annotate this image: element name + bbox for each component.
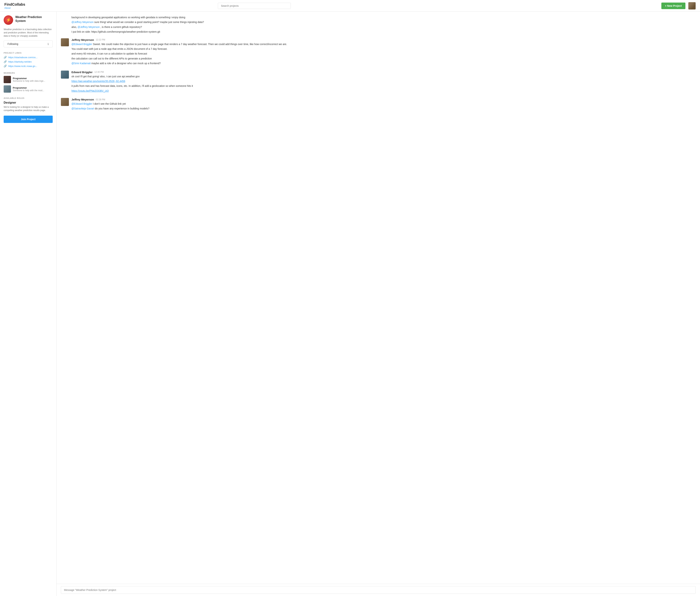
continuation-suffix-2: sure thing! what would we consider a goo…	[94, 21, 204, 24]
project-icon-inner: ⚡	[4, 15, 13, 25]
project-link-url-0: https://stackabuse.com/us...	[8, 56, 37, 59]
msg-line-1-2: it pulls from nws and has forecast data,…	[72, 84, 696, 88]
following-button[interactable]: Following 1	[4, 41, 53, 47]
member-info-0: Programmer Someone to help with data ing…	[13, 77, 45, 82]
also-prefix: also,	[72, 26, 77, 28]
msg-line-2-1-text: do you have any experience in building m…	[95, 107, 150, 110]
link-icon-1: 🔗	[4, 60, 7, 63]
search-container	[218, 3, 291, 9]
search-input[interactable]	[218, 3, 291, 9]
msg-line-2-0: @Edward Briggler I don't see the Github …	[72, 102, 696, 106]
msg-header-0: Jeffrey Meyerson 12:22 PM	[72, 38, 696, 42]
edward-link-1[interactable]: https://youtu.be/PNeZOOBV_UQ	[72, 89, 109, 92]
continuation-block: background in developing geospatial appl…	[61, 15, 696, 34]
msg-header-2: Jeffrey Meyerson 02:28 PM	[72, 98, 696, 101]
msg-time-0: 12:22 PM	[96, 39, 105, 41]
logo: FindCollabs About	[4, 2, 25, 9]
message-input-bar	[56, 584, 700, 596]
project-link-0[interactable]: 🔗 https://stackabuse.com/us...	[4, 56, 53, 59]
msg-line-1-3: https://youtu.be/PNeZOOBV_UQ	[72, 89, 696, 93]
msg-line-0-3: the calculation can call out to the diff…	[72, 56, 696, 60]
role-desc: We're looking for a designer to help us …	[4, 105, 53, 112]
header-actions: + New Project	[662, 2, 696, 9]
msg-line-2-0-text: I don't see the Github link yet	[93, 102, 126, 105]
msg-line-0-1: You could start with just a node app tha…	[72, 47, 696, 51]
mention-edward-1: @Edward Briggler	[72, 102, 92, 105]
about-link[interactable]: About	[4, 6, 25, 9]
msg-line-0-0-text: Sweet. We could make the objective to ju…	[93, 43, 287, 46]
edward-link-0[interactable]: https://api.weather.gov/points/35.0528,-…	[72, 80, 125, 83]
roles-section: AVAILABLE ROLES Designer We're looking f…	[4, 97, 53, 112]
roles-label: AVAILABLE ROLES	[4, 97, 53, 99]
continuation-text-4: I put link on side: https://github.com/l…	[72, 30, 696, 34]
msg-avatar-jeffrey-1	[61, 98, 69, 106]
following-count: 1	[47, 43, 49, 45]
message-group-1: Edward Briggler 12:40 PM ok cool i'll ge…	[61, 71, 696, 94]
project-link-2[interactable]: 🔗 https://www.ncdc.noaa.go...	[4, 65, 53, 68]
project-title: Weather Prediction System	[15, 15, 53, 23]
member-avatar-1	[4, 85, 11, 93]
role-title: Designer	[4, 101, 53, 104]
project-description: Weather prediction is a fascinating data…	[4, 28, 53, 38]
msg-header-1: Edward Briggler 12:40 PM	[72, 71, 696, 74]
message-input[interactable]	[61, 586, 696, 594]
members-label: MEMBERS	[4, 72, 53, 74]
member-desc-0: Someone to help with data inge...	[13, 80, 45, 82]
msg-line-2-1: @Sairaviteja Gavari do you have any expe…	[72, 106, 696, 110]
following-label: Following	[7, 43, 18, 45]
logo-title: FindCollabs	[4, 2, 25, 6]
main-content: background in developing geospatial appl…	[56, 12, 700, 596]
msg-author-2: Jeffrey Meyerson	[72, 98, 94, 101]
member-0: Programmer Someone to help with data ing…	[4, 76, 53, 83]
member-role-1: Programmer	[13, 86, 44, 89]
project-link-url-2: https://www.ncdc.noaa.go...	[8, 65, 37, 68]
continuation-text-3: also, @Jeffrey Meyerson , is there a cur…	[72, 25, 696, 29]
member-info-1: Programmer Someone to help with the mod.…	[13, 86, 44, 92]
msg-author-1: Edward Briggler	[72, 71, 93, 74]
header: FindCollabs About + New Project	[0, 0, 700, 12]
msg-time-1: 12:40 PM	[95, 71, 104, 73]
msg-content-0: Jeffrey Meyerson 12:22 PM @Edward Briggl…	[72, 38, 696, 66]
message-group-2: Jeffrey Meyerson 02:28 PM @Edward Briggl…	[61, 98, 696, 111]
join-project-button[interactable]: Join Project	[4, 116, 53, 123]
msg-time-2: 02:28 PM	[96, 98, 105, 101]
project-links-label: PROJECT LINKS	[4, 52, 53, 54]
msg-line-0-0: @Edward Briggler Sweet. We could make th…	[72, 42, 696, 46]
project-icon-symbol: ⚡	[6, 18, 11, 22]
member-1: Programmer Someone to help with the mod.…	[4, 85, 53, 93]
avatar-image	[688, 2, 696, 9]
main-layout: ⚡ Weather Prediction System Weather pred…	[0, 12, 700, 596]
mention-edward-0: @Edward Briggler	[72, 43, 92, 46]
members-section: MEMBERS Programmer Someone to help with …	[4, 72, 53, 93]
link-icon-2: 🔗	[4, 65, 7, 68]
link-icon-0: 🔗	[4, 56, 7, 59]
msg-content-2: Jeffrey Meyerson 02:28 PM @Edward Briggl…	[72, 98, 696, 111]
continuation-text-1: background in developing geospatial appl…	[72, 15, 696, 19]
sidebar: ⚡ Weather Prediction System Weather pred…	[0, 12, 56, 596]
user-avatar[interactable]	[688, 2, 696, 9]
member-desc-1: Someone to help with the mod...	[13, 89, 44, 92]
msg-line-0-2: and every 60 minutes, it can run a calcu…	[72, 52, 696, 56]
project-link-1[interactable]: 🔗 https://darksky.net/dev	[4, 60, 53, 63]
msg-line-1-1: https://api.weather.gov/points/35.0528,-…	[72, 79, 696, 83]
project-header: ⚡ Weather Prediction System	[4, 15, 53, 25]
msg-content-1: Edward Briggler 12:40 PM ok cool i'll ge…	[72, 71, 696, 94]
msg-avatar-edward-0	[61, 71, 69, 79]
mention-jeffrey-2: @Jeffrey Meyerson	[77, 26, 100, 28]
msg-author-0: Jeffrey Meyerson	[72, 38, 94, 42]
member-role-0: Programmer	[13, 77, 45, 80]
project-icon: ⚡	[4, 15, 13, 25]
msg-line-0-4: @Srini Kadamati maybe add a role of a de…	[72, 61, 696, 65]
new-project-button[interactable]: + New Project	[662, 3, 685, 9]
mention-srini: @Srini Kadamati	[72, 62, 90, 65]
chat-messages: background in developing geospatial appl…	[56, 12, 700, 584]
msg-line-0-4-text: maybe add a role of a designer who can m…	[91, 62, 161, 65]
message-group-0: Jeffrey Meyerson 12:22 PM @Edward Briggl…	[61, 38, 696, 66]
member-avatar-0	[4, 76, 11, 83]
mention-jeffrey-1: @Jeffrey Meyerson	[72, 21, 94, 24]
mention-sairaviteja: @Sairaviteja Gavari	[72, 107, 94, 110]
continuation-text-2: @Jeffrey Meyerson sure thing! what would…	[72, 20, 696, 24]
msg-avatar-jeffrey-0	[61, 38, 69, 46]
continuation-suffix-3: , is there a current github repository?	[100, 26, 142, 28]
project-link-url-1: https://darksky.net/dev	[8, 60, 32, 63]
